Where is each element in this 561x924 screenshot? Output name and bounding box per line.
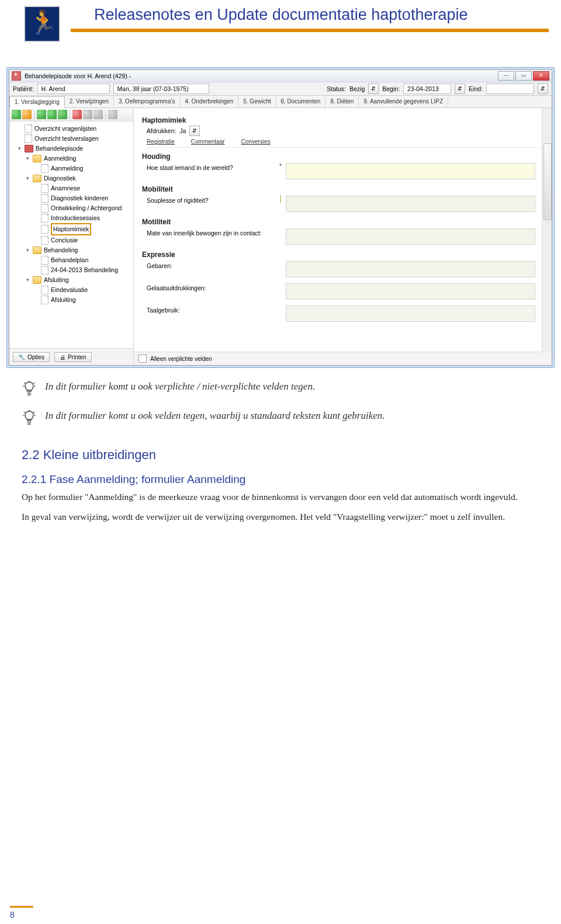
tree-node[interactable]: Behandelplan: [12, 255, 132, 265]
toolbar-icon[interactable]: [58, 110, 67, 119]
end-date-picker[interactable]: ⇵: [538, 84, 548, 94]
tree-node[interactable]: Haptomimiek: [12, 223, 132, 235]
afdrukken-dropdown[interactable]: ⇵: [189, 126, 200, 136]
tree-node[interactable]: ▾Afsluiting: [12, 275, 132, 285]
tree-node[interactable]: ▾Aanmelding: [12, 154, 132, 164]
toolbar-icon[interactable]: [72, 110, 82, 119]
begin-date-field[interactable]: 23-04-2013: [403, 84, 451, 94]
tree-node[interactable]: Aanmelding: [12, 164, 132, 173]
text-input[interactable]: [286, 163, 535, 179]
tip-text: In dit formulier komt u ook velden tegen…: [45, 410, 385, 422]
logo: 🏃: [24, 6, 60, 42]
tab-2[interactable]: 2. Verwijzingen: [65, 96, 114, 107]
tree-node[interactable]: Overzicht testverslagen: [12, 134, 132, 144]
tree-node[interactable]: ▾Behandelepisode: [12, 144, 132, 154]
tree-node[interactable]: Afsluiting: [12, 295, 132, 305]
app-icon: [12, 71, 21, 81]
tree-node[interactable]: Anamnese: [12, 183, 132, 193]
tree-label: Afsluiting: [51, 295, 76, 305]
tree-label: 24-04-2013 Behandeling: [51, 265, 118, 275]
form-panel: Haptomimiek Afdrukken: Ja ⇵ RegistratieC…: [134, 108, 552, 365]
tree-node[interactable]: 24-04-2013 Behandeling: [12, 265, 132, 275]
group-heading: Houding: [142, 152, 546, 161]
tip-text: In dit formulier komt u ook verplichte /…: [45, 381, 315, 392]
tab-4[interactable]: 4. Onderbrekingen: [180, 96, 238, 107]
field-label: Taalgebruik:: [147, 305, 275, 314]
scrollbar[interactable]: [542, 108, 552, 352]
tip-row: In dit formulier komt u ook verplichte /…: [22, 381, 555, 397]
document-icon: [41, 214, 49, 223]
document-title: Releasenotes en Update documentatie hapt…: [94, 6, 549, 24]
field-label: Hoe staat iemand in de wereld?: [147, 163, 275, 171]
folder-icon: [33, 155, 41, 162]
field-label: Gelaatsuitdrukkingen:: [147, 283, 275, 291]
tree-node[interactable]: Eindevaluatie: [12, 285, 132, 295]
tab-1[interactable]: 1. Verslaglegging: [9, 96, 65, 108]
tree-label: Afsluiting: [44, 275, 69, 285]
toolbar-icon[interactable]: [12, 110, 21, 119]
options-button[interactable]: 🔧 Opties: [13, 352, 50, 362]
form-subtab[interactable]: Conversies: [241, 138, 271, 145]
text-input[interactable]: [286, 283, 535, 300]
maximize-button[interactable]: ▭: [515, 71, 532, 81]
only-required-checkbox[interactable]: [138, 355, 147, 363]
patient-name-field[interactable]: H. Arend: [37, 84, 110, 94]
tree-node[interactable]: ▾Behandeling: [12, 245, 132, 255]
minimize-button[interactable]: —: [498, 71, 514, 81]
form-subtab[interactable]: Commentaar: [191, 138, 225, 145]
text-input[interactable]: [286, 196, 535, 212]
tree-view[interactable]: Overzicht vragenlijstenOverzicht testver…: [9, 121, 133, 348]
tree-label: Conclusie: [51, 235, 78, 245]
tree-node[interactable]: ▾Diagnostiek: [12, 173, 132, 183]
document-icon: [41, 184, 49, 193]
document-icon: [41, 286, 49, 294]
tree-node[interactable]: Ontwikkeling / Achtergond: [12, 203, 132, 213]
toolbar-icon[interactable]: [37, 110, 46, 119]
toolbar-icon[interactable]: [108, 110, 117, 119]
tab-5[interactable]: 5. Gewicht: [238, 96, 276, 107]
print-button[interactable]: 🖨 Printen: [54, 352, 92, 362]
toolbar-icon[interactable]: [47, 110, 57, 119]
toolbar-icon[interactable]: [22, 110, 32, 119]
scroll-thumb[interactable]: [543, 143, 552, 220]
begin-date-picker[interactable]: ⇵: [455, 84, 465, 94]
toolbar-icon[interactable]: [83, 110, 92, 119]
form-field: Gelaatsuitdrukkingen:: [147, 283, 546, 300]
form-subtab[interactable]: Registratie: [147, 138, 175, 145]
group-heading: Expressie: [142, 251, 546, 259]
tree-node[interactable]: Conclusie: [12, 235, 132, 245]
tree-node[interactable]: Diagnostiek kinderen: [12, 193, 132, 203]
document-icon: [41, 256, 49, 265]
document-icon: [41, 225, 49, 234]
window-title: Behandelepisode voor H. Arend (429) -: [25, 72, 498, 79]
toolbar-icon[interactable]: [94, 110, 103, 119]
tab-7[interactable]: 8. Diëten: [325, 96, 359, 107]
field-label: Mate van innerlijk bewogen zijn in conta…: [147, 228, 275, 237]
patient-label: Patiënt:: [13, 85, 34, 92]
required-star: *: [275, 163, 286, 169]
text-input[interactable]: [286, 305, 535, 322]
lightbulb-icon: [22, 410, 37, 426]
tab-6[interactable]: 6. Documenten: [276, 96, 326, 107]
tab-8[interactable]: 9. Aanvullende gegevens LIPZ: [359, 96, 448, 107]
close-button[interactable]: ✕: [533, 71, 549, 81]
tree-label: Behandelplan: [51, 255, 88, 265]
afdrukken-value: Ja: [179, 127, 186, 134]
form-field: Hoe staat iemand in de wereld?*: [147, 163, 546, 179]
tree-node[interactable]: Introductiesessies: [12, 213, 132, 223]
afdrukken-label: Afdrukken:: [147, 127, 176, 134]
document-icon: [41, 296, 49, 304]
end-date-field[interactable]: [486, 84, 534, 94]
page-number: 8: [10, 906, 33, 919]
folder-icon: [25, 145, 33, 152]
lightbulb-icon: [22, 381, 37, 397]
status-value: Bezig: [349, 85, 365, 92]
tab-3[interactable]: 3. Oefenprogramma's: [114, 96, 180, 107]
text-input[interactable]: [286, 261, 535, 277]
tree-label: Diagnostiek: [44, 173, 76, 183]
status-dropdown[interactable]: ⇵: [368, 84, 379, 94]
sidebar-toolbar: [9, 108, 133, 121]
text-input[interactable]: [286, 228, 535, 245]
text-template-icon[interactable]: [280, 195, 281, 203]
tree-node[interactable]: Overzicht vragenlijsten: [12, 124, 132, 134]
